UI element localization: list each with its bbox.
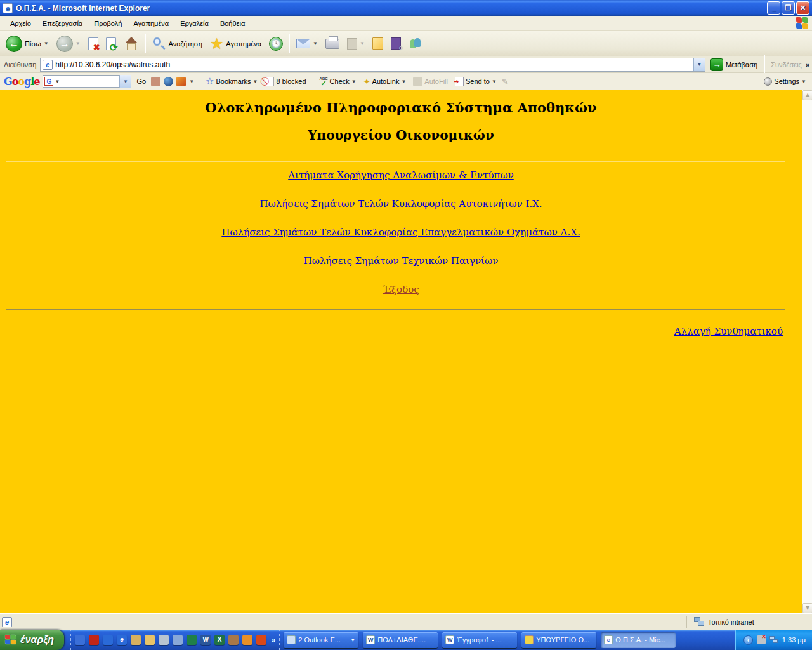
address-dropdown-icon[interactable]: ▼ xyxy=(693,58,705,71)
sendto-button[interactable]: Send to ▼ xyxy=(453,76,499,88)
google-search-dropdown-icon[interactable]: ▼ xyxy=(119,75,131,88)
back-label: Πίσω xyxy=(25,40,41,48)
google-tools-dropdown-icon[interactable]: ▼ xyxy=(189,79,194,84)
menu-bar: Αρχείο Επεξεργασία Προβολή Αγαπημένα Εργ… xyxy=(0,16,812,31)
outlook-express-icon[interactable] xyxy=(131,635,141,645)
google-earth-icon[interactable] xyxy=(164,77,173,86)
back-button[interactable]: ← Πίσω ▼ xyxy=(3,32,52,55)
media-player-icon[interactable] xyxy=(256,635,266,645)
autolink-button[interactable]: ✦ AutoLink ▼ xyxy=(362,76,409,88)
acdsee-icon[interactable] xyxy=(228,635,239,645)
scroll-down-icon[interactable]: ▼ xyxy=(802,603,812,613)
start-button[interactable]: έναρξη xyxy=(0,630,64,650)
clock-app-icon[interactable] xyxy=(242,635,252,645)
close-button[interactable]: ✕ xyxy=(796,1,809,15)
menu-tools[interactable]: Εργαλεία xyxy=(175,18,214,29)
go-button[interactable]: → Μετάβαση xyxy=(708,57,760,72)
windows-flag-icon xyxy=(5,635,16,645)
send-page-icon[interactable] xyxy=(151,77,160,86)
google-go-button[interactable]: Go xyxy=(134,76,148,86)
task-button-4[interactable]: ΥΠΟΥΡΓΕΙΟ Ο... xyxy=(521,632,596,648)
link-consumables-requests[interactable]: Αιτήματα Χορήγησης Αναλωσίμων & Εντύπων xyxy=(0,169,802,181)
home-button[interactable] xyxy=(121,32,142,55)
research-button[interactable] xyxy=(388,32,404,55)
notepad-icon[interactable] xyxy=(159,635,169,645)
security-zone-cell: Τοπικό intranet xyxy=(690,616,810,628)
quick-launch-chevron-icon[interactable]: » xyxy=(272,636,275,644)
task-button-3[interactable]: WΈγγραφο1 - ... xyxy=(442,632,517,648)
link-exit[interactable]: Έξοδος xyxy=(0,284,802,295)
link-technical-games[interactable]: Πωλήσεις Σημάτων Τεχνικών Παιγνίων xyxy=(0,255,802,267)
mail-dropdown-icon[interactable]: ▼ xyxy=(313,41,318,46)
toolbar-separator xyxy=(289,34,290,53)
back-dropdown-icon[interactable]: ▼ xyxy=(44,41,49,46)
bookmarks-button[interactable]: ☆ Bookmarks ▼ xyxy=(204,74,259,88)
globe-app-icon[interactable] xyxy=(187,635,197,645)
link-car-circulation-fees[interactable]: Πωλήσεις Σημάτων Τελών Κυκλοφορίας Αυτοκ… xyxy=(0,198,802,209)
messenger-button[interactable] xyxy=(405,32,426,55)
google-logo: Google xyxy=(4,76,39,88)
check-label: Check xyxy=(330,77,350,85)
status-spacer xyxy=(15,616,687,628)
print-button[interactable] xyxy=(322,32,343,55)
sendto-icon xyxy=(455,77,464,86)
task-button-2[interactable]: WΠΟΛ+ΔΙΑΘΕ.... xyxy=(363,632,438,648)
popup-blocker-button[interactable]: 8 blocked xyxy=(263,76,308,88)
sketchup-icon[interactable] xyxy=(176,77,186,86)
edit-button: ▼ xyxy=(344,32,368,55)
network-icon[interactable] xyxy=(769,635,778,644)
realplayer-icon[interactable] xyxy=(89,635,99,645)
menu-view[interactable]: Προβολή xyxy=(89,18,127,29)
spellcheck-button[interactable]: ABC✓ Check ▼ xyxy=(318,76,358,88)
google-g-dropdown-icon[interactable]: ▼ xyxy=(55,79,60,84)
print-icon xyxy=(325,39,339,49)
zone-label: Τοπικό intranet xyxy=(708,618,754,626)
menu-file[interactable]: Αρχείο xyxy=(5,18,36,29)
minimize-button[interactable]: _ xyxy=(767,1,780,15)
address-input[interactable]: http://10.30.6.20/opsa/walrus.auth xyxy=(55,60,691,69)
links-label[interactable]: Συνδέσεις xyxy=(769,61,803,69)
discuss-button[interactable] xyxy=(369,32,386,55)
vertical-scrollbar[interactable]: ▲ ▼ xyxy=(802,90,812,613)
forward-button[interactable]: → ▼ xyxy=(53,32,84,55)
restore-button[interactable]: ❐ xyxy=(782,1,795,15)
ie-task-icon: e xyxy=(604,635,613,644)
favorites-button[interactable]: ★ Αγαπημένα xyxy=(207,32,265,55)
search-button[interactable]: Αναζήτηση xyxy=(149,32,206,55)
excel-icon[interactable]: X xyxy=(214,635,225,645)
internet-explorer-icon[interactable]: e xyxy=(117,635,127,645)
outlook-icon[interactable] xyxy=(173,635,183,645)
task-group-dropdown-icon[interactable]: ▼ xyxy=(350,637,355,643)
forward-dropdown-icon: ▼ xyxy=(75,41,81,46)
history-button[interactable]: 🕓 xyxy=(266,32,286,55)
settings-orb-icon xyxy=(764,77,772,86)
msn-icon[interactable] xyxy=(103,635,113,645)
page-icon: e xyxy=(43,60,53,70)
menu-help[interactable]: Βοήθεια xyxy=(215,18,250,29)
link-change-password[interactable]: Αλλαγή Συνθηματικού xyxy=(674,326,783,337)
mail-button[interactable]: ▼ xyxy=(293,32,321,55)
folder-icon[interactable] xyxy=(145,635,155,645)
bookmarks-dropdown-icon: ▼ xyxy=(253,79,258,84)
search-label: Αναζήτηση xyxy=(169,40,202,48)
history-clock-icon: 🕓 xyxy=(269,37,283,51)
settings-button[interactable]: Settings ▼ xyxy=(762,76,808,87)
scroll-up-icon[interactable]: ▲ xyxy=(802,90,812,100)
menu-edit[interactable]: Επεξεργασία xyxy=(37,18,88,29)
google-search-input[interactable]: G ▼ ▼ xyxy=(43,75,131,88)
task-button-1[interactable]: 2 Outlook E...▼ xyxy=(284,632,358,648)
research-books-icon xyxy=(391,37,401,50)
link-commercial-vehicle-fees[interactable]: Πωλήσεις Σημάτων Τελών Κυκλοφορίας Επαγγ… xyxy=(0,227,802,238)
links-chevron-icon[interactable]: » xyxy=(806,61,809,69)
word-icon[interactable]: W xyxy=(200,635,211,645)
tray-chevron-icon[interactable]: ‹ xyxy=(743,635,753,645)
refresh-button[interactable]: ⟳ xyxy=(103,32,119,55)
wand-icon: ✦ xyxy=(363,77,370,86)
menu-favorites[interactable]: Αγαπημένα xyxy=(128,18,174,29)
task-button-5[interactable]: eΟ.Π.Σ.Α. - Mic... xyxy=(601,632,676,648)
address-combo[interactable]: e http://10.30.6.20/opsa/walrus.auth ▼ xyxy=(40,58,705,72)
volume-muted-icon[interactable] xyxy=(757,635,766,644)
stop-button[interactable]: ✖ xyxy=(85,32,102,55)
desktop-app-icon[interactable] xyxy=(75,635,85,645)
highlighter-icon: ✎ xyxy=(502,77,509,86)
